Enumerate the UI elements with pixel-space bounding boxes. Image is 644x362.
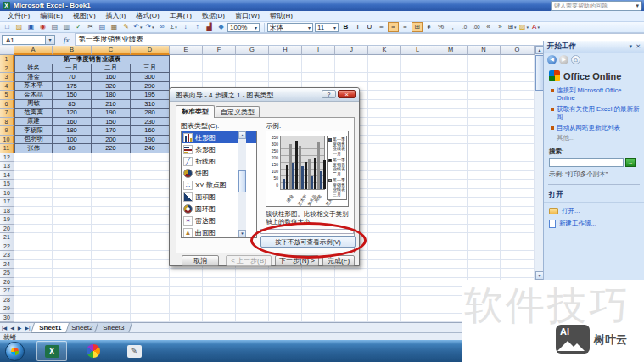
bold-icon[interactable]: B	[340, 22, 351, 32]
grid-cell[interactable]	[131, 207, 170, 216]
grid-cell[interactable]	[401, 189, 434, 198]
spelling-icon[interactable]: ✓	[73, 22, 84, 32]
row-header-21[interactable]: 21	[0, 233, 14, 242]
grid-cell[interactable]	[501, 260, 535, 270]
grid-cell[interactable]: 康建	[14, 118, 53, 127]
row-header-4[interactable]: 4	[0, 82, 14, 92]
grid-cell[interactable]	[401, 242, 434, 252]
grid-cell[interactable]	[269, 287, 302, 296]
grid-cell[interactable]	[468, 100, 501, 109]
row-header-6[interactable]: 6	[0, 100, 14, 109]
grid-cell[interactable]	[401, 314, 434, 323]
grid-cell[interactable]	[401, 73, 434, 82]
grid-cell[interactable]: 200	[92, 136, 131, 145]
align-left-icon[interactable]: ≡	[376, 22, 387, 32]
grid-cell[interactable]	[434, 153, 468, 163]
row-header-22[interactable]: 22	[0, 242, 14, 252]
grid-cell[interactable]	[501, 136, 535, 145]
grid-cell[interactable]	[14, 215, 53, 225]
name-box[interactable]: A1	[2, 35, 46, 45]
grid-cell[interactable]	[131, 233, 170, 242]
task-pane-link-2[interactable]: 获取有关使用 Excel 的最新新闻	[557, 105, 640, 120]
comma-style-icon[interactable]: ,	[447, 22, 458, 32]
grid-cell[interactable]	[92, 215, 131, 225]
row-header-5[interactable]: 5	[0, 91, 14, 100]
grid-cell[interactable]	[131, 215, 170, 225]
grid-cell[interactable]: 张伟	[14, 144, 53, 153]
grid-cell[interactable]	[401, 136, 434, 145]
grid-cell[interactable]	[501, 180, 535, 189]
col-header-H[interactable]: H	[269, 46, 302, 55]
grid-cell[interactable]	[434, 82, 468, 92]
grid-cell[interactable]	[236, 73, 269, 82]
grid-cell[interactable]	[14, 171, 53, 181]
chevron-down-icon[interactable]: ▾	[140, 25, 143, 30]
grid-cell[interactable]	[368, 162, 401, 171]
italic-icon[interactable]: I	[352, 22, 363, 32]
grid-cell[interactable]	[53, 171, 92, 181]
grid-cell[interactable]	[131, 180, 170, 189]
grid-cell[interactable]	[170, 64, 203, 74]
paste-icon[interactable]: ▦	[109, 22, 120, 32]
grid-cell[interactable]	[14, 314, 53, 323]
grid-cell[interactable]	[468, 251, 501, 260]
grid-cell[interactable]	[170, 73, 203, 82]
grid-cell[interactable]	[368, 100, 401, 109]
grid-cell[interactable]	[53, 189, 92, 198]
grid-cell[interactable]	[401, 64, 434, 74]
grid-cell[interactable]: 210	[92, 100, 131, 109]
grid-cell[interactable]	[131, 304, 170, 314]
grid-cell[interactable]	[131, 251, 170, 260]
grid-cell[interactable]	[468, 91, 501, 100]
next-button[interactable]: 下一步(N) >	[275, 255, 319, 266]
grid-cell[interactable]	[203, 304, 236, 314]
grid-cell[interactable]	[368, 225, 401, 234]
grid-cell[interactable]	[269, 278, 302, 287]
grid-cell[interactable]	[131, 287, 170, 296]
grid-cell[interactable]	[434, 162, 468, 171]
grid-cell[interactable]	[335, 287, 368, 296]
redo-icon[interactable]: ↷▾	[144, 22, 155, 32]
grid-cell[interactable]: 150	[53, 91, 92, 100]
grid-cell[interactable]	[401, 225, 434, 234]
open-file-link[interactable]: 打开...	[562, 207, 580, 215]
col-header-E[interactable]: E	[170, 46, 203, 55]
grid-cell[interactable]	[269, 55, 302, 64]
grid-cell[interactable]	[92, 242, 131, 252]
grid-cell[interactable]: 280	[131, 109, 170, 118]
grid-cell[interactable]	[434, 207, 468, 216]
grid-cell[interactable]	[468, 225, 501, 234]
col-header-B[interactable]: B	[53, 46, 92, 55]
row-header-10[interactable]: 10	[0, 136, 14, 145]
grid-cell[interactable]	[14, 269, 53, 278]
insert-function-icon[interactable]: fx	[64, 36, 70, 44]
dialog-close-button[interactable]: ×	[338, 90, 356, 98]
grid-cell[interactable]: 包明明	[14, 136, 53, 145]
align-center-icon[interactable]: ≡	[388, 22, 399, 32]
row-header-3[interactable]: 3	[0, 73, 14, 82]
grid-cell[interactable]	[368, 171, 401, 181]
grid-cell[interactable]	[501, 153, 535, 163]
col-header-I[interactable]: I	[302, 46, 335, 55]
grid-cell[interactable]	[269, 304, 302, 314]
grid-cell[interactable]	[170, 287, 203, 296]
grid-cell[interactable]	[53, 314, 92, 323]
grid-cell[interactable]: 180	[92, 91, 131, 100]
chevron-down-icon[interactable]: ▾	[537, 25, 540, 30]
grid-cell[interactable]	[236, 278, 269, 287]
row-header-13[interactable]: 13	[0, 162, 14, 171]
autosum-icon[interactable]: Σ▾	[168, 22, 179, 32]
increase-indent-icon[interactable]: »	[495, 22, 506, 32]
grid-cell[interactable]	[468, 55, 501, 64]
search-go-icon[interactable]: →	[625, 158, 636, 167]
grid-cell[interactable]	[92, 171, 131, 181]
grid-cell[interactable]	[53, 198, 92, 207]
grid-cell[interactable]	[269, 296, 302, 305]
grid-cell[interactable]	[14, 198, 53, 207]
grid-cell[interactable]	[53, 180, 92, 189]
font-name-combo[interactable]: 宋体▾	[267, 23, 313, 32]
col-header-O[interactable]: O	[501, 46, 535, 55]
vertical-scrollbar[interactable]: ▲ ▼	[535, 46, 543, 280]
grid-cell[interactable]	[501, 269, 535, 278]
grid-cell[interactable]	[236, 296, 269, 305]
